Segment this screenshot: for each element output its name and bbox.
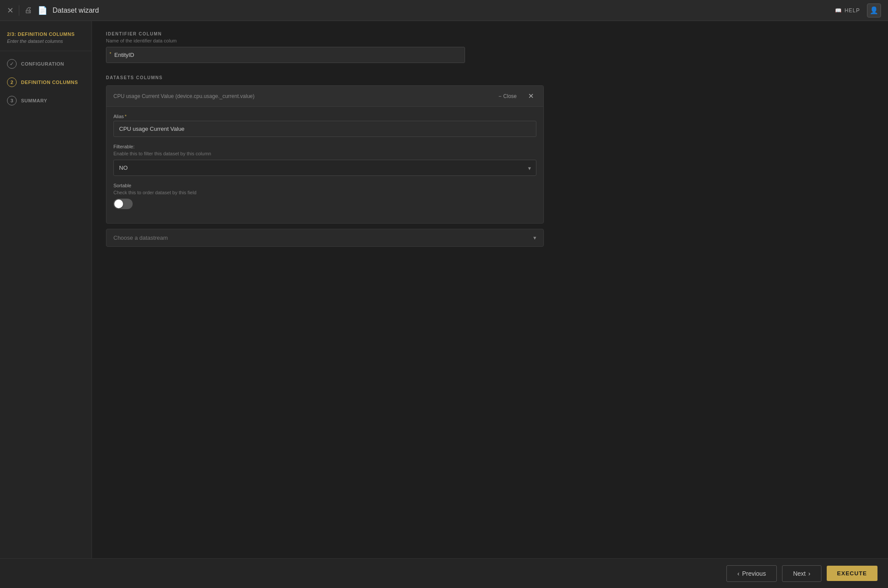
sortable-toggle[interactable] xyxy=(113,199,133,209)
step-2-label: DEFINITION COLUMNS xyxy=(21,80,78,85)
identifier-required-star: * xyxy=(109,51,111,56)
step-2-number: 2 xyxy=(7,77,17,87)
collapse-button[interactable]: − Close xyxy=(495,91,520,101)
alias-input[interactable] xyxy=(113,121,536,137)
alias-required-star: * xyxy=(125,114,127,119)
column-card-actions: − Close ✕ xyxy=(495,91,536,101)
datastream-chooser[interactable]: Choose a datastream ▾ xyxy=(106,229,544,247)
filterable-select[interactable]: NO YES xyxy=(113,160,536,176)
alias-label: Alias * xyxy=(113,114,536,119)
previous-button[interactable]: ‹ Previous xyxy=(726,565,777,582)
identifier-label: IDENTIFIER COLUMN xyxy=(106,32,465,36)
alias-field: Alias * xyxy=(113,114,536,137)
step-3-number: 3 xyxy=(7,96,17,105)
sidebar: 2/3: DEFINITION COLUMNS Enter the datase… xyxy=(0,21,92,558)
identifier-section: IDENTIFIER COLUMN Name of the identifier… xyxy=(106,32,465,63)
column-card-body: Alias * Filterable: Enable this to filte… xyxy=(106,107,543,223)
column-card-header: CPU usage Current Value (device.cpu.usag… xyxy=(106,86,543,107)
minus-icon: − xyxy=(498,93,501,99)
header-right: 📖 HELP 👤 xyxy=(835,4,881,18)
column-card-title: CPU usage Current Value (device.cpu.usag… xyxy=(113,93,495,99)
page-title: Dataset wizard xyxy=(53,7,830,14)
sidebar-item-configuration[interactable]: ✓ CONFIGURATION xyxy=(0,55,92,73)
execute-button[interactable]: EXECUTE xyxy=(827,566,877,581)
datasets-label: DATASETS COLUMNS xyxy=(106,75,544,80)
remove-column-button[interactable]: ✕ xyxy=(525,91,536,101)
previous-arrow-icon: ‹ xyxy=(737,570,740,577)
identifier-sublabel: Name of the identifier data colum xyxy=(106,38,465,43)
filterable-select-wrapper: NO YES ▾ xyxy=(113,160,536,176)
step-1-label: CONFIGURATION xyxy=(21,61,64,66)
filterable-field: Filterable: Enable this to filter this d… xyxy=(113,144,536,176)
content-area: IDENTIFIER COLUMN Name of the identifier… xyxy=(92,21,888,558)
datastream-placeholder-text: Choose a datastream xyxy=(113,234,168,241)
next-arrow-icon: › xyxy=(808,570,810,577)
datastream-arrow-icon: ▾ xyxy=(533,234,536,241)
sidebar-item-summary[interactable]: 3 SUMMARY xyxy=(0,91,92,110)
sidebar-step-info: 2/3: DEFINITION COLUMNS Enter the datase… xyxy=(0,28,92,51)
step-3-label: SUMMARY xyxy=(21,98,47,103)
identifier-input[interactable] xyxy=(106,47,465,63)
filterable-sublabel: Enable this to filter this dataset by th… xyxy=(113,151,536,156)
print-icon[interactable]: 🖨 xyxy=(25,6,32,15)
help-icon: 📖 xyxy=(835,7,842,14)
file-icon[interactable]: 📄 xyxy=(38,6,47,15)
step-check-icon: ✓ xyxy=(7,59,17,69)
close-icon[interactable]: ✕ xyxy=(7,6,14,15)
sidebar-item-definition-columns[interactable]: 2 DEFINITION COLUMNS xyxy=(0,73,92,91)
next-button[interactable]: Next › xyxy=(782,565,821,582)
column-card: CPU usage Current Value (device.cpu.usag… xyxy=(106,85,544,224)
current-step-label: 2/3: DEFINITION COLUMNS xyxy=(7,32,85,37)
sortable-field: Sortable Check this to order dataset by … xyxy=(113,183,536,209)
header-divider xyxy=(19,5,19,16)
user-icon[interactable]: 👤 xyxy=(867,4,881,18)
datasets-section: DATASETS COLUMNS CPU usage Current Value… xyxy=(106,75,544,247)
main-layout: 2/3: DEFINITION COLUMNS Enter the datase… xyxy=(0,21,888,558)
sortable-label: Sortable xyxy=(113,183,536,188)
header: ✕ 🖨 📄 Dataset wizard 📖 HELP 👤 xyxy=(0,0,888,21)
footer: ‹ Previous Next › EXECUTE xyxy=(0,558,888,588)
sortable-toggle-container xyxy=(113,199,536,209)
toggle-knob xyxy=(114,200,123,208)
sortable-sublabel: Check this to order dataset by this fiel… xyxy=(113,190,536,195)
help-button[interactable]: 📖 HELP xyxy=(835,7,860,14)
current-step-desc: Enter the dataset columns xyxy=(7,38,85,44)
filterable-label: Filterable: xyxy=(113,144,536,149)
